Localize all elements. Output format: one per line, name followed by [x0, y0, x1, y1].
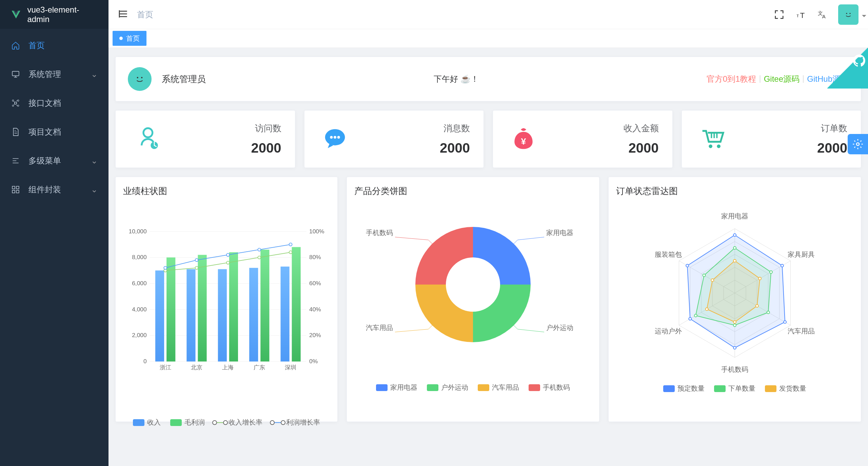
svg-point-76 [446, 257, 500, 312]
sidebar-item-label: 项目文档 [28, 127, 98, 137]
sidebar-item-monitor[interactable]: 系统管理⌄ [0, 60, 108, 89]
stat-card-message: 消息数2000 [304, 110, 484, 168]
legend-item[interactable]: 利润增长率 [272, 418, 320, 427]
svg-text:40%: 40% [309, 306, 321, 313]
sidebar-item-doc[interactable]: 项目文档 [0, 117, 108, 146]
svg-rect-50 [186, 269, 195, 362]
legend-item[interactable]: 收入增长率 [214, 418, 262, 427]
message-icon [318, 122, 352, 156]
hamburger-icon [118, 8, 129, 19]
tag-home[interactable]: 首页 [113, 31, 146, 46]
monitor-icon [11, 70, 20, 79]
sidebar-item-grid[interactable]: 组件封装⌄ [0, 175, 108, 204]
vue-logo-icon [11, 9, 21, 20]
language-button[interactable]: 文A [816, 8, 829, 21]
font-size-button[interactable]: тT [795, 8, 807, 21]
svg-point-106 [694, 314, 697, 317]
welcome-link-1[interactable]: Gitee源码 [764, 74, 800, 84]
svg-point-27 [709, 144, 712, 148]
user-icon [129, 122, 163, 156]
chevron-down-icon: ⌄ [91, 185, 98, 194]
radar-chart-title: 订单状态雷达图 [616, 185, 853, 197]
chevron-down-icon: ⌄ [91, 156, 98, 166]
welcome-link-0[interactable]: 官方0到1教程 [707, 74, 756, 84]
pie-chart-card: 产品分类饼图 家用电器户外运动汽车用品手机数码 家用电器户外运动汽车用品手机数码 [347, 177, 599, 422]
svg-point-15 [846, 13, 847, 14]
svg-point-2 [12, 100, 14, 101]
svg-text:家具厨具: 家具厨具 [788, 251, 815, 258]
svg-point-113 [706, 308, 708, 311]
svg-point-24 [334, 136, 336, 139]
svg-point-68 [195, 258, 198, 261]
svg-rect-59 [280, 267, 289, 362]
github-ribbon[interactable] [827, 48, 868, 89]
pie-chart-title: 产品分类饼图 [354, 185, 592, 197]
api-icon [11, 98, 20, 108]
stat-value: 2000 [163, 140, 281, 156]
svg-point-3 [17, 100, 19, 101]
svg-text:家用电器: 家用电器 [721, 212, 748, 220]
svg-text:深圳: 深圳 [285, 364, 296, 371]
radar-chart-card: 订单状态雷达图 家用电器家具厨具汽车用品手机数码运动户外服装箱包 预定数量下单数… [608, 177, 861, 422]
sidebar-item-label: 首页 [28, 40, 98, 51]
cart-icon [695, 122, 729, 156]
svg-point-112 [733, 321, 736, 324]
bar-chart-title: 业绩柱状图 [123, 185, 330, 197]
legend-item[interactable]: 户外运动 [427, 383, 468, 392]
svg-text:广东: 广东 [254, 364, 265, 371]
sidebar-logo[interactable]: vue3-element-admin [0, 0, 108, 29]
legend-item[interactable]: 收入 [133, 418, 161, 427]
settings-button[interactable] [848, 134, 868, 154]
svg-text:北京: 北京 [191, 364, 202, 371]
svg-text:80%: 80% [309, 254, 321, 260]
svg-point-103 [770, 271, 772, 273]
stat-card-money: ¥收入金额2000 [493, 110, 673, 168]
avatar-icon [131, 71, 148, 88]
svg-text:汽车用品: 汽车用品 [788, 327, 815, 335]
fullscreen-button[interactable] [773, 8, 785, 21]
svg-text:60%: 60% [309, 280, 321, 287]
sidebar-item-multi[interactable]: 多级菜单⌄ [0, 146, 108, 175]
svg-point-109 [733, 259, 736, 262]
grid-icon [11, 185, 20, 194]
svg-point-14 [842, 8, 855, 21]
legend-item[interactable]: 预定数量 [663, 384, 705, 393]
svg-point-95 [733, 234, 736, 236]
user-name: 系统管理员 [162, 73, 206, 85]
github-cat-icon [852, 53, 867, 68]
sidebar-toggle-button[interactable] [118, 8, 129, 20]
svg-text:т: т [797, 13, 799, 18]
svg-point-65 [258, 256, 261, 259]
home-icon [11, 41, 20, 50]
legend-item[interactable]: 下单数量 [714, 384, 755, 393]
svg-text:A: A [822, 14, 826, 19]
svg-point-100 [686, 264, 689, 267]
svg-point-107 [703, 274, 706, 277]
sidebar-menu: 首页系统管理⌄接口文档项目文档多级菜单⌄组件封装⌄ [0, 29, 108, 466]
sidebar-item-api[interactable]: 接口文档 [0, 89, 108, 117]
legend-item[interactable]: 家用电器 [376, 383, 417, 392]
user-avatar-dropdown[interactable] [838, 4, 859, 25]
svg-rect-53 [218, 269, 227, 362]
navbar: 首页 тT 文A [108, 0, 868, 29]
svg-point-99 [689, 317, 691, 320]
svg-text:上海: 上海 [222, 364, 234, 371]
svg-text:手机数码: 手机数码 [721, 366, 748, 373]
legend-item[interactable]: 发货数量 [765, 384, 806, 393]
svg-point-110 [758, 277, 761, 280]
svg-point-63 [195, 266, 198, 269]
svg-text:100%: 100% [309, 228, 324, 235]
fullscreen-icon [774, 9, 784, 20]
svg-point-28 [717, 144, 721, 148]
legend-item[interactable]: 手机数码 [529, 383, 570, 392]
legend-item[interactable]: 汽车用品 [478, 383, 519, 392]
sidebar-item-home[interactable]: 首页 [0, 31, 108, 60]
sidebar-item-label: 接口文档 [28, 98, 98, 109]
svg-point-23 [330, 136, 333, 139]
bar-chart: 00%2,00020%4,00040%6,00060%8,00080%10,00… [123, 203, 330, 413]
pie-chart: 家用电器户外运动汽车用品手机数码 [354, 203, 592, 373]
stat-value: 2000 [352, 140, 470, 156]
svg-rect-6 [12, 186, 15, 189]
sidebar-item-label: 系统管理 [28, 69, 83, 80]
legend-item[interactable]: 毛利润 [170, 418, 205, 427]
